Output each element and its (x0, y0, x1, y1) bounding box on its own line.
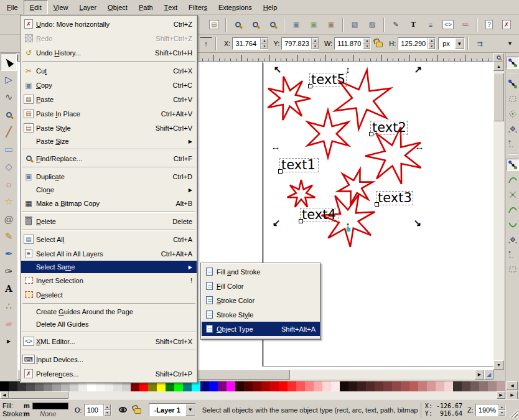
selection-scale-handle-nw[interactable]: ↖ (273, 65, 283, 75)
text-object-text4[interactable]: text4 (300, 208, 339, 222)
menubar-item-filters[interactable]: Filters (183, 0, 213, 14)
w-field[interactable]: 111.870 (334, 37, 371, 50)
edit-menu-item-deselect[interactable]: Deselect (21, 287, 197, 302)
vertical-scrollbar[interactable]: ▲ ▼ (493, 53, 504, 370)
palette-swatch-25[interactable] (218, 381, 227, 391)
group-icon[interactable]: ▧ (347, 17, 363, 33)
tweak-tool[interactable]: ∿ (1, 88, 17, 106)
snap-bbox-edge-midpoints-icon[interactable] (507, 123, 519, 135)
layer-visibility-icon[interactable] (119, 407, 127, 413)
palette-swatch-36[interactable] (314, 381, 322, 391)
menubar-item-help[interactable]: Help (258, 0, 283, 14)
selector-tool[interactable] (1, 54, 17, 71)
edit-menu-item-preferences[interactable]: ✗Preferences...Shift+Ctrl+P (21, 366, 197, 381)
palette-swatch-48[interactable] (418, 381, 427, 391)
snap-bbox-corners-icon[interactable] (507, 108, 519, 120)
palette-swatch-52[interactable] (453, 381, 462, 391)
submenu-item-fill-and-stroke[interactable]: Fill and Stroke (202, 264, 320, 279)
palette-swatch-46[interactable] (401, 381, 409, 391)
edit-menu-item-delete-all-guides[interactable]: Delete All Guides (21, 318, 197, 330)
menubar-item-text[interactable]: Text (159, 0, 183, 14)
edit-menu-item-duplicate[interactable]: ▣DuplicateCtrl+D (21, 169, 197, 184)
transform-affect-icon[interactable]: ⇉ (472, 35, 488, 52)
resize-grip[interactable] (510, 409, 518, 418)
raise-to-top-icon[interactable]: ↑ (200, 37, 212, 50)
star-shape-5[interactable] (288, 180, 316, 207)
spiral-tool[interactable]: @ (1, 210, 17, 228)
edit-menu-item-paste[interactable]: ▤PasteCtrl+V (21, 92, 197, 106)
palette-swatch-0[interactable] (0, 381, 9, 391)
palette-swatch-23[interactable] (200, 381, 209, 391)
palette-swatch-38[interactable] (331, 381, 340, 391)
palette-swatch-56[interactable] (488, 381, 497, 391)
zoom-page-icon[interactable] (264, 17, 281, 33)
snap-page-border-icon[interactable] (507, 263, 519, 276)
toolbar-overflow-icon[interactable]: ▼ (507, 40, 513, 47)
selection-scale-handle-sw[interactable]: ↙ (271, 218, 281, 228)
text-object-text3[interactable]: text3 (376, 191, 413, 205)
opacity-field[interactable]: 100 (84, 404, 111, 416)
zoom-field[interactable]: 190% (475, 404, 506, 416)
snap-object-centers-icon[interactable] (507, 248, 519, 261)
edit-menu-item-select-all-in-all-layers[interactable]: ≡Select All in All LayersCtrl+Alt+A (21, 246, 197, 261)
edit-menu-item-cut[interactable]: ✂CutCtrl+X (21, 63, 197, 78)
palette-swatch-47[interactable] (409, 381, 418, 391)
missing-icon[interactable]: ✗ (498, 17, 515, 33)
text-object-text1[interactable]: text1 (279, 158, 319, 172)
palette-next-icon[interactable]: ▶ (507, 391, 518, 399)
palette-swatch-49[interactable] (427, 381, 436, 391)
align-dialog-icon[interactable]: ≔ (457, 17, 474, 33)
vscroll-thumb[interactable] (493, 73, 504, 121)
palette-swatch-27[interactable] (235, 381, 244, 391)
selection-scale-handle-e[interactable]: ↔ (414, 142, 424, 152)
edit-menu-item-paste-in-place[interactable]: ▤Paste In PlaceCtrl+Alt+V (21, 106, 197, 121)
layers-dialog-icon[interactable]: ≡ (423, 17, 439, 33)
edit-menu-item-create-guides-around-the-page[interactable]: Create Guides Around the Page (21, 306, 197, 318)
submenu-item-object-type[interactable]: Object TypeShift+Alt+A (202, 322, 320, 336)
palette-swatch-40[interactable] (348, 381, 357, 391)
ungroup-icon[interactable]: ▨ (364, 17, 380, 33)
menubar-item-object[interactable]: Object (102, 0, 133, 14)
snap-bbox-centers-icon[interactable] (507, 138, 519, 150)
palette-swatch-42[interactable] (366, 381, 375, 391)
snap-path-intersections-icon[interactable] (507, 189, 519, 201)
edit-menu-item-xml-editor[interactable]: <>XML Editor...Shift+Ctrl+X (21, 334, 197, 348)
star-shape-4[interactable] (365, 127, 421, 184)
edit-menu-item-paste-style[interactable]: ▤Paste StyleShift+Ctrl+V (21, 121, 197, 135)
edit-menu-item-clone[interactable]: Clone▶ (21, 184, 197, 196)
unlink-clone-icon[interactable]: ▣ (323, 17, 339, 33)
snap-smooth-nodes-icon[interactable] (507, 218, 519, 231)
node-tool[interactable]: ▷ (1, 71, 17, 88)
paste-icon[interactable]: ▤ (206, 17, 222, 33)
snap-toolbar-toggle-icon[interactable]: ◢ (484, 370, 493, 380)
zoom-selection-icon[interactable] (247, 17, 263, 33)
eraser-tool[interactable]: ▰ (1, 315, 17, 332)
palette-scroll-right-icon[interactable]: ▶ (497, 391, 505, 399)
pen-tool[interactable]: ✒ (1, 245, 17, 263)
menubar-item-view[interactable]: View (48, 0, 74, 14)
palette-swatch-24[interactable] (209, 381, 218, 391)
edit-menu-item-undo-history[interactable]: ↺Undo History...Shift+Ctrl+H (21, 45, 197, 60)
palette-scroll-thumb[interactable] (9, 391, 68, 399)
palette-swatch-31[interactable] (270, 381, 279, 391)
measure-tool[interactable]: ╱ (1, 123, 17, 141)
palette-swatch-39[interactable] (340, 381, 348, 391)
toolbox-overflow-arrow[interactable]: ▶ (1, 332, 17, 350)
selection-scale-handle-se[interactable]: ↘ (413, 218, 423, 228)
palette-swatch-1[interactable] (9, 381, 17, 391)
menubar-item-edit[interactable]: Edit (24, 0, 48, 14)
palette-swatch-37[interactable] (322, 381, 331, 391)
menubar-item-extensions[interactable]: Extensions (213, 0, 258, 14)
edit-menu-item-input-devices[interactable]: ⌨Input Devices... (21, 352, 197, 366)
edit-menu-item-make-a-bitmap-copy[interactable]: ▦Make a Bitmap CopyAlt+B (21, 196, 197, 210)
edit-menu-item-copy[interactable]: ▣CopyCtrl+C (21, 78, 197, 92)
zoom-tool[interactable] (1, 106, 17, 123)
menubar-item-path[interactable]: Path (133, 0, 159, 14)
fill-stroke-indicator[interactable]: Fill: m Stroke: m None (0, 402, 72, 418)
palette-prev-icon[interactable]: ◀ (507, 381, 518, 390)
star-tool[interactable]: ☆ (1, 193, 17, 210)
palette-swatch-55[interactable] (479, 381, 488, 391)
edit-menu-item-redo[interactable]: RedoShift+Ctrl+Z (21, 31, 197, 45)
edit-menu-item-undo-move-horizontally[interactable]: ✗Undo: Move horizontallyCtrl+Z (21, 17, 197, 31)
snap-cusp-nodes-icon[interactable] (507, 203, 519, 216)
